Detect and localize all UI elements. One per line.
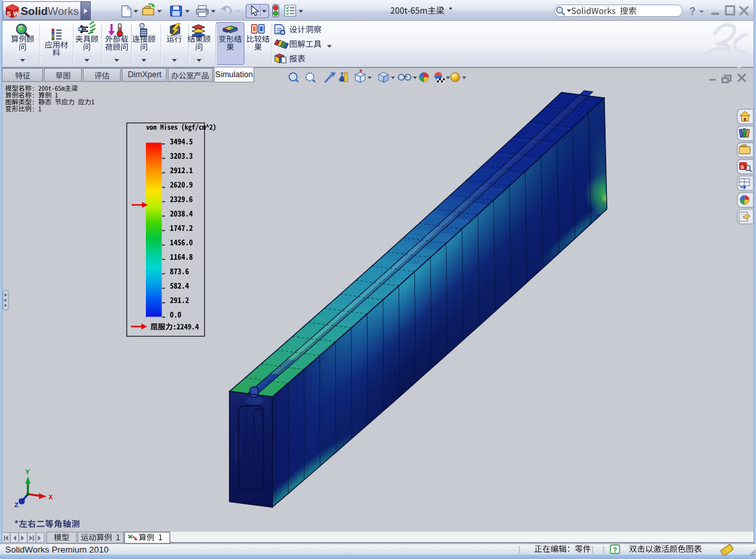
svg-text:S: S (740, 164, 744, 170)
svg-text:?: ? (689, 6, 696, 17)
svg-text:X: X (49, 494, 53, 501)
svg-text:Y: Y (25, 468, 30, 476)
svg-text:W: W (14, 10, 19, 17)
svg-text:S: S (7, 10, 11, 18)
svg-text:?: ? (613, 546, 617, 554)
svg-text:Z: Z (14, 501, 19, 509)
